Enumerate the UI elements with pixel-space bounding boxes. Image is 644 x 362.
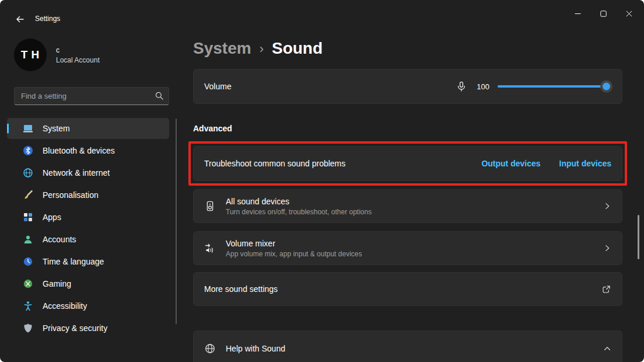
search-icon [155,91,164,103]
volume-mixer-title: Volume mixer [226,239,362,248]
bluetooth-icon [22,145,34,156]
volume-slider-thumb[interactable] [600,81,612,93]
external-link-icon [601,284,611,294]
sidebar-item-accounts[interactable]: Accounts [7,229,169,250]
troubleshoot-card: Troubleshoot common sound problems Outpu… [193,146,622,181]
user-account[interactable]: TH c Local Account [14,39,100,71]
help-label: Help with Sound [226,344,285,353]
sidebar-item-label: Accessibility [43,301,87,311]
close-button[interactable] [616,4,642,23]
help-card[interactable]: Help with Sound [193,330,622,362]
volume-card: Volume 100 [193,69,622,104]
volume-mixer-icon [204,242,216,254]
sidebar-item-time-language[interactable]: Time & language [7,251,169,272]
volume-controls: 100 [456,80,611,93]
breadcrumb-separator: › [260,41,264,57]
accounts-icon [22,234,34,245]
search-input[interactable] [14,87,169,105]
user-name: c [56,46,100,54]
time-language-icon [22,256,34,267]
all-sound-devices-title: All sound devices [226,197,372,206]
personalisation-icon [22,189,34,201]
sidebar: TH c Local Account System [0,28,184,362]
sidebar-item-gaming[interactable]: Gaming [7,273,169,294]
selected-indicator [7,124,9,134]
troubleshoot-section: Troubleshoot common sound problems Outpu… [193,146,622,181]
sidebar-item-label: Time & language [43,257,104,266]
user-meta: c Local Account [56,46,100,64]
sidebar-item-system[interactable]: System [7,118,169,139]
breadcrumb-system[interactable]: System [193,39,251,58]
minimize-button[interactable] [565,4,590,23]
sidebar-item-accessibility[interactable]: Accessibility [7,295,169,316]
card-text: Volume mixer App volume mix, app input &… [226,239,362,258]
all-sound-devices-card[interactable]: All sound devices Turn devices on/off, t… [193,189,622,223]
output-devices-link[interactable]: Output devices [481,159,540,168]
chevron-up-icon [603,344,611,353]
back-button[interactable] [10,12,29,27]
window-controls [565,4,642,23]
microphone-icon[interactable] [456,81,467,92]
chevron-right-icon [603,202,611,210]
help-row: Help with Sound [204,340,611,357]
close-icon [626,11,632,17]
search-box [14,87,169,105]
sidebar-item-label: System [43,124,70,133]
privacy-icon [22,322,34,334]
help-globe-icon [204,343,216,354]
input-devices-link[interactable]: Input devices [559,159,611,168]
sidebar-item-bluetooth-devices[interactable]: Bluetooth & devices [7,140,169,161]
sidebar-item-label: Privacy & security [43,323,107,333]
sidebar-item-label: Network & internet [43,168,110,177]
sidebar-scrollbar[interactable] [176,119,177,324]
maximize-icon [600,11,607,17]
all-sound-devices-subtitle: Turn devices on/off, troubleshoot, other… [226,208,372,216]
volume-slider-fill [498,85,611,88]
breadcrumb: System › Sound [193,37,622,60]
sidebar-item-label: Apps [43,213,61,222]
accessibility-icon [22,300,34,312]
volume-slider[interactable] [498,80,611,93]
troubleshoot-links: Output devices Input devices [481,159,611,168]
system-icon [22,123,34,134]
avatar-initials: TH [21,48,43,61]
page-title: Sound [272,39,323,58]
chevron-right-icon [603,244,611,252]
apps-icon [22,211,34,223]
settings-window: Settings TH c Local Account [0,0,644,362]
sidebar-item-network-internet[interactable]: Network & internet [7,162,169,183]
sidebar-item-personalisation[interactable]: Personalisation [7,185,169,206]
main-content: System › Sound Volume 100 Advanced [193,28,622,362]
sidebar-item-label: Personalisation [43,190,99,200]
account-type: Local Account [56,56,100,64]
app-title: Settings [35,15,60,23]
sidebar-item-apps[interactable]: Apps [7,207,169,228]
volume-value: 100 [475,82,489,91]
advanced-heading: Advanced [193,124,622,134]
titlebar: Settings [0,0,644,28]
sidebar-nav: System Bluetooth & devices Network & int… [0,117,176,340]
network-icon [22,167,34,179]
back-arrow-icon [15,15,24,24]
troubleshoot-label: Troubleshoot common sound problems [204,159,345,168]
more-sound-settings-card[interactable]: More sound settings [193,272,622,306]
volume-slider-track [498,85,611,88]
volume-mixer-card[interactable]: Volume mixer App volume mix, app input &… [193,231,622,265]
sidebar-item-label: Gaming [43,279,71,288]
avatar: TH [14,39,47,71]
gaming-icon [22,278,34,290]
main-scrollbar[interactable] [638,215,639,259]
card-text: All sound devices Turn devices on/off, t… [226,197,372,216]
speaker-device-icon [204,200,216,212]
volume-mixer-subtitle: App volume mix, app input & output devic… [226,250,362,258]
maximize-button[interactable] [590,4,616,23]
more-sound-settings-label: More sound settings [204,284,278,294]
minimize-icon [575,11,581,17]
sidebar-item-privacy-security[interactable]: Privacy & security [7,318,169,339]
sidebar-item-label: Accounts [43,235,76,244]
sidebar-item-label: Bluetooth & devices [43,146,115,155]
volume-label: Volume [204,82,232,91]
